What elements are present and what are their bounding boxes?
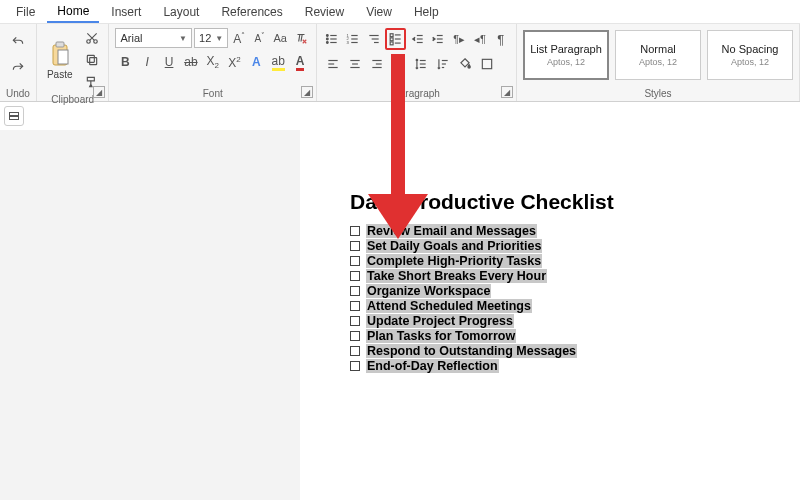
style-list-paragraph[interactable]: List Paragraph Aptos, 12 — [523, 30, 609, 80]
list-item-text: Review Email and Messages — [366, 224, 537, 238]
ribbon: Undo Paste Clipboard ◢ Arial▼ 12▼ A˄ A˅ — [0, 24, 800, 102]
underline-button[interactable]: U — [159, 52, 179, 72]
menu-help[interactable]: Help — [404, 2, 449, 22]
shrink-font-button[interactable]: A˅ — [251, 28, 269, 48]
align-left-button[interactable] — [323, 54, 343, 74]
list-item-text: Organize Workspace — [366, 284, 491, 298]
group-paragraph: 123 ¶▸ ◂¶ ¶ Paragraph ◢ — [317, 24, 517, 101]
list-item[interactable]: End-of-Day Reflection — [350, 359, 780, 373]
group-styles-label: Styles — [523, 86, 793, 99]
style-no-spacing[interactable]: No Spacing Aptos, 12 — [707, 30, 793, 80]
clear-formatting-button[interactable] — [292, 28, 310, 48]
style-normal[interactable]: Normal Aptos, 12 — [615, 30, 701, 80]
checkbox-icon[interactable] — [350, 361, 360, 371]
svg-text:3: 3 — [347, 40, 350, 45]
ltr-button[interactable]: ¶▸ — [450, 29, 469, 49]
numbered-list-button[interactable]: 123 — [344, 29, 363, 49]
menu-view[interactable]: View — [356, 2, 402, 22]
checkbox-icon[interactable] — [350, 316, 360, 326]
text-effects-button[interactable]: A — [246, 52, 266, 72]
list-item[interactable]: Update Project Progress — [350, 314, 780, 328]
paste-button[interactable]: Paste — [43, 39, 77, 82]
list-item[interactable]: Respond to Outstanding Messages — [350, 344, 780, 358]
clipboard-dialog-launcher[interactable]: ◢ — [93, 86, 105, 98]
list-item[interactable]: Attend Scheduled Meetings — [350, 299, 780, 313]
font-dialog-launcher[interactable]: ◢ — [301, 86, 313, 98]
list-item-text: Attend Scheduled Meetings — [366, 299, 532, 313]
page-gutter — [0, 130, 300, 500]
subscript-button[interactable]: X2 — [203, 52, 223, 72]
change-case-button[interactable]: Aa — [271, 28, 289, 48]
bullet-list-button[interactable] — [323, 29, 342, 49]
group-font: Arial▼ 12▼ A˄ A˅ Aa B I U ab X2 X2 A ab … — [109, 24, 317, 101]
svg-rect-26 — [390, 42, 393, 45]
align-right-button[interactable] — [367, 54, 387, 74]
cut-button[interactable] — [82, 28, 102, 48]
ruler-toggle-button[interactable] — [4, 106, 24, 126]
chevron-down-icon: ▼ — [179, 34, 187, 43]
checkbox-icon[interactable] — [350, 256, 360, 266]
list-item[interactable]: Take Short Breaks Every Hour — [350, 269, 780, 283]
menu-insert[interactable]: Insert — [101, 2, 151, 22]
align-justify-button[interactable] — [389, 54, 409, 74]
menu-references[interactable]: References — [211, 2, 292, 22]
checkbox-icon[interactable] — [350, 271, 360, 281]
checkbox-icon[interactable] — [350, 226, 360, 236]
list-item[interactable]: Review Email and Messages — [350, 224, 780, 238]
bold-button[interactable]: B — [115, 52, 135, 72]
font-color-button[interactable]: A — [290, 52, 310, 72]
svg-point-7 — [327, 35, 329, 37]
show-marks-button[interactable]: ¶ — [491, 29, 510, 49]
font-size-select[interactable]: 12▼ — [194, 28, 228, 48]
sort-button[interactable] — [433, 54, 453, 74]
paragraph-dialog-launcher[interactable]: ◢ — [501, 86, 513, 98]
style-name: Normal — [640, 43, 675, 55]
style-name: List Paragraph — [530, 43, 602, 55]
checkbox-icon[interactable] — [350, 346, 360, 356]
increase-indent-button[interactable] — [429, 29, 448, 49]
group-undo-label: Undo — [6, 86, 30, 99]
menubar: File Home Insert Layout References Revie… — [0, 0, 800, 24]
list-item[interactable]: Complete High-Priority Tasks — [350, 254, 780, 268]
checkbox-icon[interactable] — [350, 301, 360, 311]
menu-file[interactable]: File — [6, 2, 45, 22]
font-family-select[interactable]: Arial▼ — [115, 28, 192, 48]
strikethrough-button[interactable]: ab — [181, 52, 201, 72]
menu-review[interactable]: Review — [295, 2, 354, 22]
borders-button[interactable] — [477, 54, 497, 74]
checkbox-icon[interactable] — [350, 331, 360, 341]
svg-rect-53 — [10, 113, 19, 116]
list-item-text: Respond to Outstanding Messages — [366, 344, 577, 358]
shading-button[interactable] — [455, 54, 475, 74]
workspace: Daily Productive Checklist Review Email … — [0, 130, 800, 500]
list-item-text: Take Short Breaks Every Hour — [366, 269, 547, 283]
multilevel-list-button[interactable] — [365, 29, 384, 49]
decrease-indent-button[interactable] — [408, 29, 427, 49]
undo-button[interactable] — [8, 32, 28, 52]
list-item[interactable]: Set Daily Goals and Priorities — [350, 239, 780, 253]
italic-button[interactable]: I — [137, 52, 157, 72]
checkbox-icon[interactable] — [350, 286, 360, 296]
style-meta: Aptos, 12 — [547, 57, 585, 67]
paste-label: Paste — [47, 69, 73, 80]
redo-button[interactable] — [8, 58, 28, 78]
menu-layout[interactable]: Layout — [153, 2, 209, 22]
highlight-color-button[interactable]: ab — [268, 52, 288, 72]
document-page[interactable]: Daily Productive Checklist Review Email … — [300, 130, 800, 500]
list-item[interactable]: Organize Workspace — [350, 284, 780, 298]
rtl-button[interactable]: ◂¶ — [470, 29, 489, 49]
checkbox-icon[interactable] — [350, 241, 360, 251]
document-title: Daily Productive Checklist — [350, 190, 780, 214]
align-center-button[interactable] — [345, 54, 365, 74]
list-item[interactable]: Plan Tasks for Tomorrow — [350, 329, 780, 343]
grow-font-button[interactable]: A˄ — [230, 28, 248, 48]
font-family-value: Arial — [120, 32, 142, 44]
menu-home[interactable]: Home — [47, 1, 99, 23]
copy-button[interactable] — [82, 50, 102, 70]
superscript-button[interactable]: X2 — [225, 52, 245, 72]
style-meta: Aptos, 12 — [731, 57, 769, 67]
line-spacing-button[interactable] — [411, 54, 431, 74]
ruler-row — [0, 102, 800, 130]
checklist: Review Email and Messages Set Daily Goal… — [350, 224, 780, 373]
checklist-button[interactable] — [385, 28, 406, 50]
